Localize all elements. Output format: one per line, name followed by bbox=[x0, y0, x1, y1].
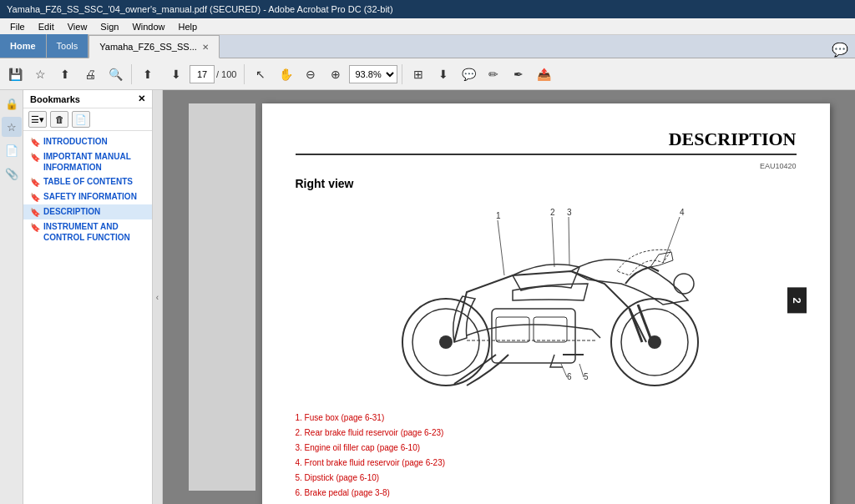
svg-rect-7 bbox=[496, 317, 529, 342]
sidebar-pages-btn[interactable]: 📄 bbox=[2, 140, 22, 160]
hand-tool-button[interactable]: ✋ bbox=[274, 63, 297, 86]
menu-edit[interactable]: Edit bbox=[32, 22, 61, 32]
tab-bar: Home Tools Yamaha_FZ6_SS_SS... ✕ 💬 bbox=[0, 35, 855, 58]
tab-tools[interactable]: Tools bbox=[47, 34, 89, 58]
svg-text:4: 4 bbox=[680, 208, 685, 217]
title-bar: Yamaha_FZ6_SS_SSC_'04_owner's_manual.pdf… bbox=[0, 0, 855, 18]
part-6: 6. Brake pedal (page 3-8) bbox=[296, 486, 797, 501]
page-header-line bbox=[296, 154, 797, 155]
bookmarks-header: Bookmarks ✕ bbox=[23, 90, 152, 108]
bm-options-btn[interactable]: ☰▾ bbox=[28, 111, 47, 128]
part-2: 2. Rear brake fluid reservoir (page 6-23… bbox=[296, 426, 797, 441]
zoom-out-button[interactable]: ⊖ bbox=[299, 63, 322, 86]
bookmark-icon-toc: 🔖 bbox=[30, 177, 40, 188]
svg-line-11 bbox=[498, 220, 504, 275]
part-3: 3. Engine oil filler cap (page 6-10) bbox=[296, 441, 797, 456]
bookmarks-list[interactable]: 🔖 INTRODUCTION 🔖 IMPORTANT MANUAL INFORM… bbox=[23, 131, 152, 504]
bookmark-item-toc[interactable]: 🔖 TABLE OF CONTENTS bbox=[23, 174, 152, 189]
menu-view[interactable]: View bbox=[61, 22, 94, 32]
toolbar: 💾 ☆ ⬆ 🖨 🔍 ⬆ ⬇ / 100 ↖ ✋ ⊖ ⊕ 93.8% 50% 75… bbox=[0, 58, 855, 90]
title-text: Yamaha_FZ6_SS_SSC_'04_owner's_manual.pdf… bbox=[7, 4, 393, 14]
menu-window[interactable]: Window bbox=[125, 22, 171, 32]
bookmark-label-safety: SAFETY INFORMATION bbox=[43, 191, 137, 202]
bookmark-icon-intro: 🔖 bbox=[30, 137, 40, 148]
svg-text:2: 2 bbox=[550, 208, 555, 217]
chat-icon[interactable]: 💬 bbox=[832, 42, 855, 58]
svg-line-17 bbox=[663, 217, 680, 263]
bookmark-label-toc: TABLE OF CONTENTS bbox=[43, 176, 133, 187]
comment-button[interactable]: 💬 bbox=[457, 63, 480, 86]
bookmarks-title: Bookmarks bbox=[30, 94, 80, 104]
search-button[interactable]: 🔍 bbox=[104, 63, 127, 86]
zoom-select[interactable]: 93.8% 50% 75% 100% 125% 150% bbox=[349, 65, 397, 83]
page-navigation: ⬇ / 100 bbox=[164, 63, 236, 86]
parts-list: 1. Fuse box (page 6-31) 2. Rear brake fl… bbox=[296, 411, 797, 501]
menu-sign[interactable]: Sign bbox=[94, 22, 125, 32]
menu-bar: File Edit View Sign Window Help bbox=[0, 18, 855, 35]
bookmark-item-description[interactable]: 🔖 DESCRIPTION bbox=[23, 204, 152, 219]
part-1: 1. Fuse box (page 6-31) bbox=[296, 411, 797, 426]
menu-help[interactable]: Help bbox=[172, 22, 205, 32]
sign-button[interactable]: ✒ bbox=[507, 63, 530, 86]
svg-line-15 bbox=[569, 217, 569, 265]
bookmark-label-description: DESCRIPTION bbox=[43, 206, 100, 217]
separator-2 bbox=[244, 64, 245, 84]
pdf-page: DESCRIPTION EAU10420 Right view bbox=[262, 103, 830, 504]
upload-button[interactable]: ⬆ bbox=[53, 63, 77, 86]
part-4: 4. Front brake fluid reservoir (page 6-2… bbox=[296, 456, 797, 471]
rotate-button[interactable]: ⬇ bbox=[432, 63, 455, 86]
bookmark-item-safety[interactable]: 🔖 SAFETY INFORMATION bbox=[23, 189, 152, 204]
save-button[interactable]: 💾 bbox=[3, 63, 27, 86]
page-total: / 100 bbox=[216, 69, 236, 79]
part-5: 5. Dipstick (page 6-10) bbox=[296, 471, 797, 486]
bookmark-icon-description: 🔖 bbox=[30, 207, 40, 218]
svg-text:1: 1 bbox=[496, 211, 501, 220]
tab-close-icon[interactable]: ✕ bbox=[202, 43, 209, 52]
sidebar-attach-btn[interactable]: 📎 bbox=[2, 164, 22, 184]
bookmark-label-important: IMPORTANT MANUAL INFORMATION bbox=[43, 151, 149, 173]
panel-collapse-handle[interactable]: ‹ bbox=[153, 90, 163, 504]
navigate-up-button[interactable]: ⬆ bbox=[136, 63, 159, 86]
tab-document[interactable]: Yamaha_FZ6_SS_SS... ✕ bbox=[89, 35, 220, 58]
separator-3 bbox=[402, 64, 402, 84]
main-layout: 🔒 ☆ 📄 📎 Bookmarks ✕ ☰▾ 🗑 📄 🔖 INTRODUCTIO… bbox=[0, 90, 855, 504]
fit-page-button[interactable]: ⊞ bbox=[407, 63, 430, 86]
print-button[interactable]: 🖨 bbox=[78, 63, 102, 86]
side-tab: 2 bbox=[787, 287, 807, 313]
cursor-tool-button[interactable]: ↖ bbox=[249, 63, 272, 86]
prev-page-button[interactable]: ⬇ bbox=[164, 63, 188, 86]
bookmarks-toolbar: ☰▾ 🗑 📄 bbox=[23, 108, 152, 131]
bookmark-item-intro[interactable]: 🔖 INTRODUCTION bbox=[23, 134, 152, 149]
sidebar-icons: 🔒 ☆ 📄 📎 bbox=[0, 90, 23, 504]
bm-new-btn[interactable]: 📄 bbox=[72, 111, 90, 128]
bookmark-label-instrument: INSTRUMENT AND CONTROL FUNCTION bbox=[43, 221, 149, 243]
bm-delete-btn[interactable]: 🗑 bbox=[50, 111, 68, 128]
bookmark-item-important[interactable]: 🔖 IMPORTANT MANUAL INFORMATION bbox=[23, 149, 152, 174]
bookmark-item-instrument[interactable]: 🔖 INSTRUMENT AND CONTROL FUNCTION bbox=[23, 219, 152, 244]
star-button[interactable]: ☆ bbox=[28, 63, 52, 86]
bookmark-icon-important: 🔖 bbox=[30, 152, 40, 163]
draw-button[interactable]: ✏ bbox=[482, 63, 505, 86]
page-input[interactable] bbox=[190, 65, 215, 83]
bookmark-icon-safety: 🔖 bbox=[30, 192, 40, 203]
menu-file[interactable]: File bbox=[3, 22, 32, 32]
motorcycle-diagram: 1 2 3 4 5 6 bbox=[346, 200, 746, 392]
separator-1 bbox=[131, 64, 132, 84]
diagram-container: 1 2 3 4 5 6 2 bbox=[296, 200, 797, 401]
page-title: DESCRIPTION bbox=[296, 129, 797, 150]
section-title: Right view bbox=[296, 177, 797, 190]
sidebar-layers-btn[interactable]: 🔒 bbox=[2, 93, 22, 113]
sidebar-bookmarks-btn[interactable]: ☆ bbox=[2, 117, 22, 137]
bookmarks-close-icon[interactable]: ✕ bbox=[138, 93, 145, 104]
bookmarks-panel: Bookmarks ✕ ☰▾ 🗑 📄 🔖 INTRODUCTION 🔖 IMPO… bbox=[23, 90, 153, 504]
pdf-viewport[interactable]: DESCRIPTION EAU10420 Right view bbox=[163, 90, 855, 504]
zoom-in-button[interactable]: ⊕ bbox=[324, 63, 347, 86]
svg-line-13 bbox=[552, 217, 554, 267]
svg-point-9 bbox=[674, 274, 694, 294]
svg-line-21 bbox=[561, 364, 567, 377]
svg-point-2 bbox=[439, 335, 453, 349]
page-code: EAU10420 bbox=[296, 162, 797, 170]
tab-home[interactable]: Home bbox=[0, 34, 47, 58]
export-button[interactable]: 📤 bbox=[532, 63, 555, 86]
page-thumbnail-strip bbox=[189, 103, 255, 491]
